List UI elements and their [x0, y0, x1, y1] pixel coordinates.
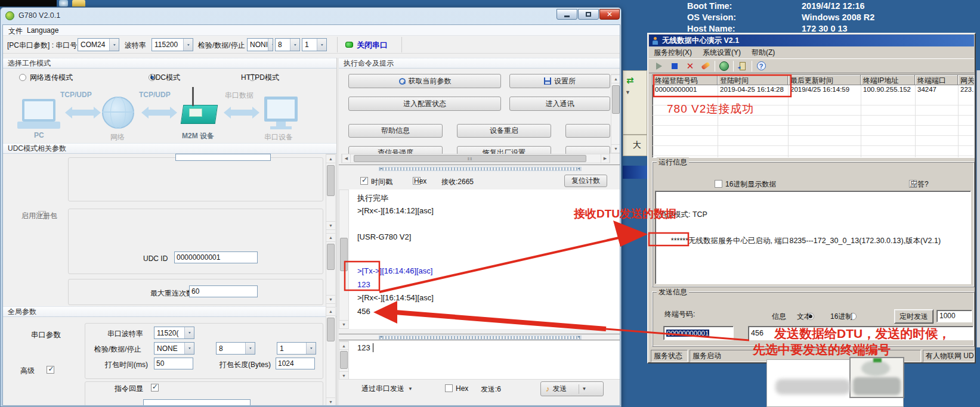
scroll-down-icon[interactable]: [326, 221, 336, 230]
scroll-down-icon[interactable]: [611, 144, 620, 153]
interval-input[interactable]: 1000: [936, 310, 972, 322]
col-header-login-time[interactable]: 登陆时间: [718, 75, 788, 85]
scroll-up-icon[interactable]: [611, 74, 620, 83]
g-baud-combo[interactable]: 11520(: [154, 327, 194, 339]
log-scrollbar[interactable]: [339, 189, 349, 329]
exit-button[interactable]: ◄: [736, 60, 749, 73]
chevron-down-icon[interactable]: [184, 327, 194, 338]
chevron-down-icon[interactable]: ▼: [625, 89, 630, 95]
run-info-log[interactable]: 消息模式: TCP ******无线数据服务中心已启动, 端口8235---17…: [655, 191, 971, 284]
cmd-echo-checkbox[interactable]: [151, 384, 159, 392]
send-scrollbar[interactable]: [339, 341, 349, 379]
send-input-area[interactable]: 123: [349, 341, 620, 379]
scroll-right-icon[interactable]: [601, 154, 610, 163]
advanced-checkbox[interactable]: [47, 366, 54, 374]
scroll-down-icon[interactable]: [326, 295, 336, 304]
splitter-handle[interactable]: ▼▼: [379, 335, 582, 340]
g-parity-combo[interactable]: NONE: [154, 342, 194, 355]
clear-button[interactable]: [699, 60, 712, 73]
timestamp-checkbox[interactable]: [360, 177, 368, 185]
scroll-left-icon[interactable]: [342, 154, 351, 163]
get-params-button[interactable]: 获取当前参数: [348, 74, 501, 88]
close-port-button[interactable]: 关闭串口: [357, 40, 388, 51]
chevron-down-icon[interactable]: [290, 39, 299, 51]
port-combo[interactable]: COM24: [78, 38, 119, 51]
table-row[interactable]: 00000000001 2019-04-25 16:14:28 2019/4/2…: [653, 85, 974, 95]
g780-titlebar[interactable]: G780 V2.0.1 ✕: [1, 8, 621, 24]
hex-display-checkbox[interactable]: [715, 180, 722, 188]
scroll-up-icon[interactable]: [326, 154, 336, 163]
reset-counter-button[interactable]: 复位计数: [564, 175, 607, 187]
col-header-update-time[interactable]: 最后更新时间: [788, 75, 861, 85]
col-header-login-id[interactable]: 终端登陆号码: [653, 75, 718, 85]
col-header-port[interactable]: 终端端口: [915, 75, 958, 85]
truncated-bottom-input[interactable]: [143, 399, 251, 406]
sync-icon[interactable]: ⇄: [626, 75, 641, 87]
delete-button[interactable]: ✕: [684, 60, 697, 73]
terminal-number-input[interactable]: 00000000001: [663, 326, 734, 340]
start-service-button[interactable]: [653, 60, 666, 73]
scrollbar-thumb[interactable]: ‖‖: [354, 155, 586, 162]
folder-icon[interactable]: [72, 0, 85, 7]
scroll-up-icon[interactable]: [339, 341, 349, 350]
datacenter-titlebar[interactable]: 无线数据中心演示 V2.1: [649, 35, 974, 46]
databits-combo[interactable]: 8: [275, 38, 300, 51]
g-stopbits-combo[interactable]: 1: [277, 342, 316, 355]
radio-httpd-label[interactable]: HTTPD模式: [241, 73, 279, 83]
minimize-button[interactable]: [557, 9, 577, 20]
baud-combo[interactable]: 115200: [152, 38, 193, 51]
chevron-down-icon[interactable]: [317, 39, 326, 51]
help-info-button[interactable]: 帮助信息: [348, 124, 443, 138]
scroll-up-icon[interactable]: [326, 307, 336, 316]
scrollbar-thumb[interactable]: [327, 318, 335, 341]
network-button[interactable]: [718, 60, 731, 73]
chevron-down-icon[interactable]: [306, 343, 316, 354]
menu-system-settings[interactable]: 系统设置(Y): [703, 48, 741, 58]
params-scrollbar[interactable]: [326, 154, 336, 406]
pack-time-input[interactable]: 50: [154, 358, 193, 369]
scrollbar-thumb[interactable]: [612, 85, 620, 114]
col-header-ip[interactable]: 终端IP地址: [861, 75, 915, 85]
radio-udc-label[interactable]: UDC模式: [150, 73, 180, 83]
scroll-down-icon[interactable]: [339, 371, 349, 380]
menu-file[interactable]: 文件: [8, 26, 23, 36]
device-restart-button[interactable]: 设备重启: [457, 124, 551, 138]
stop-service-button[interactable]: [668, 60, 681, 73]
chevron-down-icon[interactable]: [184, 343, 194, 354]
pack-len-input[interactable]: 1024: [276, 358, 315, 369]
stopbits-combo[interactable]: 1: [302, 38, 327, 51]
max-reconnect-input[interactable]: 60: [189, 285, 258, 297]
chevron-down-icon[interactable]: ▼: [582, 386, 587, 392]
menu-language[interactable]: Language: [27, 26, 58, 35]
radio-transparent-mode[interactable]: [19, 74, 26, 81]
cut-button[interactable]: [565, 124, 610, 138]
splitter-top[interactable]: ▲▲: [339, 164, 620, 172]
scrollbar-thumb[interactable]: [340, 351, 348, 369]
exec-vscrollbar[interactable]: [611, 74, 620, 154]
chevron-down-icon[interactable]: [109, 39, 119, 51]
scroll-up-icon[interactable]: [326, 233, 336, 242]
scrollbar-thumb[interactable]: [340, 238, 348, 271]
scroll-down-icon[interactable]: [339, 320, 349, 329]
menu-help[interactable]: 帮助(Z): [752, 48, 775, 58]
maximize-button[interactable]: [578, 9, 599, 20]
g-databits-combo[interactable]: 8: [216, 342, 255, 355]
set-params-button[interactable]: 设置所: [509, 74, 610, 88]
splitter-handle[interactable]: ▲▲: [379, 167, 582, 171]
close-button[interactable]: ✕: [599, 9, 620, 20]
radio-transparent-label[interactable]: 网络透传模式: [30, 73, 73, 83]
chevron-down-icon[interactable]: [268, 39, 273, 51]
udc-id-input[interactable]: 00000000001: [174, 251, 258, 263]
chevron-down-icon[interactable]: [183, 39, 193, 51]
splitter-bottom[interactable]: ▼▼: [339, 334, 620, 341]
send-button[interactable]: ♪ 发送 ▼: [540, 381, 604, 396]
exec-hscrollbar[interactable]: ‖‖: [341, 154, 610, 163]
scrollbar-thumb[interactable]: [327, 165, 335, 196]
enter-config-button[interactable]: 进入配置状态: [348, 97, 501, 111]
scroll-down-icon[interactable]: [326, 397, 336, 406]
timed-send-button[interactable]: 定时发送: [894, 309, 933, 324]
send-via-serial-button[interactable]: 通过串口发送▼: [361, 384, 413, 394]
col-header-gateway[interactable]: 网关I: [958, 75, 975, 85]
chevron-down-icon[interactable]: [245, 343, 255, 354]
recycle-bin-icon[interactable]: [59, 0, 68, 7]
